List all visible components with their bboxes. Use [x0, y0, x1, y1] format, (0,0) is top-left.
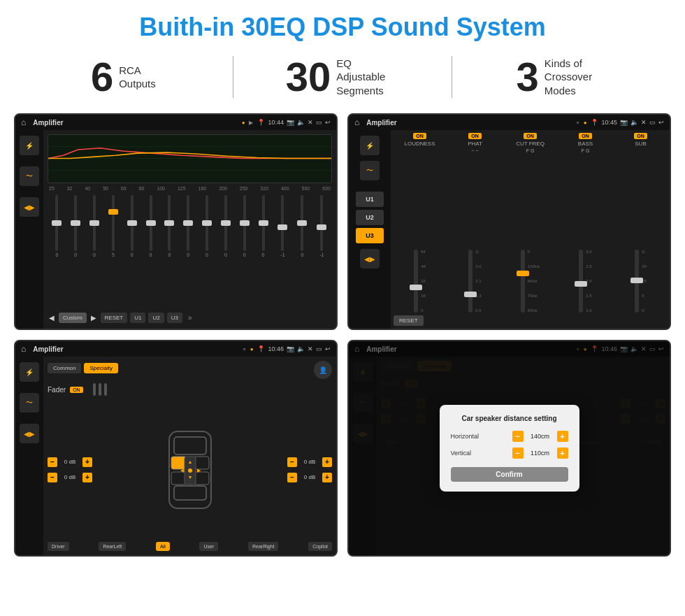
- vertical-minus-btn[interactable]: −: [512, 447, 524, 459]
- home-icon[interactable]: ⌂: [21, 117, 26, 127]
- eq-filter-btn[interactable]: ⚡: [20, 136, 39, 155]
- eq-slider-9[interactable]: 0: [206, 195, 208, 257]
- svg-rect-5: [174, 486, 206, 500]
- eq-status-icons: 📍 10:44 📷 🔈 ✕ ▭ ↩: [257, 119, 331, 126]
- fader-speaker-btn[interactable]: ◀▶: [20, 424, 39, 443]
- horizontal-minus-btn[interactable]: −: [512, 431, 524, 442]
- dsp-reset-btn[interactable]: RESET: [394, 315, 424, 326]
- vol-plus-2[interactable]: +: [82, 473, 92, 482]
- eq-slider-6[interactable]: 0: [150, 195, 152, 257]
- eq-slider-13[interactable]: -1: [280, 195, 284, 257]
- eq-status-bar: ⌂ Amplifier ● ▶ 📍 10:44 📷 🔈 ✕ ▭ ↩: [15, 115, 336, 130]
- dsp-u3-btn[interactable]: U3: [356, 228, 384, 243]
- eq-sliders-row: 0 0 0 5 0: [48, 194, 332, 310]
- eq-slider-7[interactable]: 0: [168, 195, 171, 257]
- fader-common-tab[interactable]: Common: [48, 363, 81, 373]
- dsp-u1-btn[interactable]: U1: [356, 192, 384, 207]
- horizontal-plus-btn[interactable]: +: [557, 431, 568, 442]
- dsp-phat-channel: ON PHAT ~ ~ G 3.0 2.1 1.3: [449, 133, 501, 313]
- horizontal-row: Horizontal − 140cm +: [451, 431, 568, 442]
- phat-slider[interactable]: G 3.0 2.1 1.3 0.5: [449, 157, 501, 313]
- bass-slider[interactable]: 3.0 2.5 2.0 1.5 1.0: [559, 157, 612, 313]
- eq-slider-4[interactable]: 5: [112, 195, 115, 257]
- sub-slider[interactable]: G 20 15 5 0: [614, 148, 667, 313]
- fader-wave-btn[interactable]: 〜: [20, 393, 39, 413]
- cutfreq-slider[interactable]: F 100Hz 80Hz 70Hz 60Hz: [504, 157, 556, 313]
- sub-on-badge[interactable]: ON: [634, 133, 647, 139]
- vol-minus-3[interactable]: −: [287, 457, 297, 467]
- eq-more-btn[interactable]: »: [188, 314, 192, 322]
- eq-custom-btn[interactable]: Custom: [59, 313, 87, 323]
- loudness-on-badge[interactable]: ON: [413, 133, 426, 139]
- vol-val-1: 0 dB: [60, 459, 80, 465]
- vertical-plus-btn[interactable]: +: [557, 447, 568, 459]
- eq-slider-11[interactable]: 0: [243, 195, 246, 257]
- rearleft-btn[interactable]: RearLeft: [99, 542, 126, 551]
- dsp-app-name: Amplifier: [366, 119, 572, 127]
- eq-slider-15[interactable]: -1: [319, 195, 324, 257]
- eq-slider-1[interactable]: 0: [55, 195, 58, 257]
- eq-slider-14[interactable]: 0: [301, 195, 303, 257]
- fader-left-controls: ⚡ 〜 ◀▶: [15, 357, 43, 555]
- eq-slider-5[interactable]: 0: [131, 195, 134, 257]
- dsp-speaker-btn[interactable]: ◀▶: [360, 249, 380, 268]
- eq-slider-12[interactable]: 0: [262, 195, 265, 257]
- rearright-btn[interactable]: RearRight: [248, 542, 279, 551]
- eq-slider-10[interactable]: 0: [224, 195, 227, 257]
- vol-plus-1[interactable]: +: [82, 457, 92, 467]
- dsp-u2-btn[interactable]: U2: [356, 210, 384, 225]
- loudness-slider[interactable]: 64 48 32 16 0: [394, 148, 446, 313]
- fader-on-badge[interactable]: ON: [70, 387, 83, 393]
- vol-minus-4[interactable]: −: [287, 473, 297, 482]
- stat-divider-1: [233, 56, 233, 98]
- fader-x-icon: ✕: [308, 345, 313, 352]
- eq-prev-btn[interactable]: ◀: [49, 314, 55, 322]
- dsp-home-icon[interactable]: ⌂: [354, 117, 359, 127]
- vol-plus-4[interactable]: +: [322, 473, 332, 482]
- dsp-screen-body: ⚡ 〜 U1 U2 U3 ◀▶ ON LOUDNESS: [349, 130, 670, 329]
- vol-plus-3[interactable]: +: [322, 457, 332, 467]
- vertical-value: 110cm: [526, 450, 554, 457]
- fader-home-icon[interactable]: ⌂: [21, 344, 26, 354]
- screens-grid: ⌂ Amplifier ● ▶ 📍 10:44 📷 🔈 ✕ ▭ ↩ ⚡ 〜 ◀▶: [0, 109, 685, 564]
- eq-dot2: ▶: [249, 120, 253, 126]
- fader-filter-btn[interactable]: ⚡: [20, 362, 39, 382]
- fader-specialty-tab[interactable]: Specialty: [84, 363, 117, 373]
- dsp-filter-btn[interactable]: ⚡: [360, 136, 380, 155]
- dsp-cutfreq-channel: ON CUT FREQ F G F 100Hz 80Hz: [504, 133, 556, 313]
- eq-wave-btn[interactable]: 〜: [20, 166, 39, 186]
- eq-next-btn[interactable]: ▶: [91, 314, 96, 322]
- vol-minus-1[interactable]: −: [48, 457, 57, 467]
- dsp-presets: U1 U2 U3: [356, 192, 384, 243]
- eq-cam-icon: 📷: [287, 119, 294, 126]
- eq-u1-btn[interactable]: U1: [130, 313, 145, 323]
- dsp-cam-icon: 📷: [620, 119, 628, 126]
- vol-minus-2[interactable]: −: [48, 473, 57, 482]
- dsp-sub-channel: ON SUB G 20 15 5 0: [614, 133, 667, 313]
- phat-on-badge[interactable]: ON: [468, 133, 482, 139]
- dsp-bass-channel: ON BASS F G 3.0 2.5 2.0 1.5: [559, 133, 612, 313]
- user-btn[interactable]: User: [199, 542, 218, 551]
- confirm-button[interactable]: Confirm: [451, 467, 568, 482]
- fader-user-icon[interactable]: 👤: [314, 361, 332, 379]
- eq-slider-3[interactable]: 0: [93, 195, 96, 257]
- eq-speaker-btn[interactable]: ◀▶: [20, 197, 39, 217]
- vol-controls-left: − 0 dB + − 0 dB +: [48, 457, 92, 482]
- eq-u3-btn[interactable]: U3: [167, 313, 182, 323]
- dsp-wave-btn[interactable]: 〜: [360, 161, 380, 180]
- bass-on-badge[interactable]: ON: [579, 133, 592, 139]
- fader-main: Common Specialty 👤 Fader ON: [43, 357, 336, 555]
- eq-reset-btn[interactable]: RESET: [101, 313, 128, 323]
- svg-rect-4: [174, 437, 206, 454]
- eq-u2-btn[interactable]: U2: [148, 313, 164, 323]
- all-btn[interactable]: All: [156, 542, 170, 551]
- cutfreq-label: CUT FREQ: [516, 141, 545, 147]
- driver-btn[interactable]: Driver: [48, 542, 69, 551]
- eq-slider-8[interactable]: 0: [187, 195, 189, 257]
- eq-vol-icon: 🔈: [297, 119, 305, 126]
- stat-eq-number: 30: [286, 57, 331, 97]
- eq-slider-2[interactable]: 0: [74, 195, 77, 257]
- cutfreq-on-badge[interactable]: ON: [524, 133, 537, 139]
- copilot-btn[interactable]: Copilot: [308, 542, 332, 551]
- dsp-dot2: ●: [584, 120, 587, 126]
